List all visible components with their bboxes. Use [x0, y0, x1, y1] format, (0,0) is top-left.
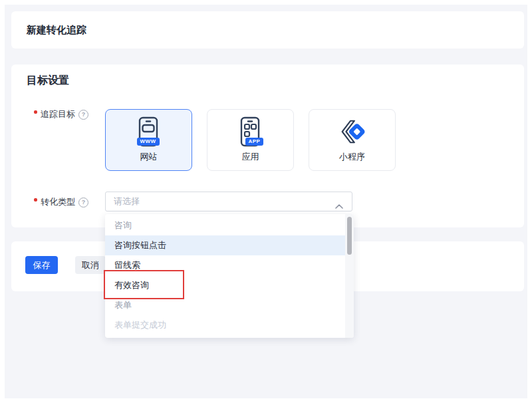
- target-card-app[interactable]: APP 应用: [207, 109, 294, 171]
- target-card-miniprogram[interactable]: 小程序: [309, 109, 396, 171]
- miniprogram-icon: [337, 116, 368, 148]
- target-card-label: 网站: [106, 151, 192, 163]
- website-icon: WWW: [134, 116, 164, 148]
- dropdown-option-valid-consult[interactable]: 有效咨询: [105, 275, 354, 295]
- target-card-website[interactable]: WWW 网站: [105, 109, 192, 171]
- form-card: 目标设置 追踪目标 ? WWW 网站: [11, 65, 524, 227]
- dropdown-group-consult: 咨询: [105, 215, 354, 235]
- conversion-type-select[interactable]: 请选择: [105, 192, 352, 211]
- conversion-type-label: 转化类型 ?: [34, 196, 88, 208]
- dropdown-option-form-submit-success: 表单提交成功: [105, 315, 354, 335]
- select-placeholder: 请选择: [114, 192, 140, 211]
- app-icon: APP: [235, 116, 266, 148]
- target-card-label: 应用: [207, 151, 293, 163]
- target-card-label: 小程序: [309, 151, 395, 163]
- conversion-type-label-text: 转化类型: [41, 196, 75, 208]
- page-title: 新建转化追踪: [27, 11, 86, 49]
- dropdown-option-leave-lead[interactable]: 留线索: [105, 255, 354, 275]
- dropdown-option-consult-button-click[interactable]: 咨询按钮点击: [105, 235, 354, 255]
- tracking-target-label-text: 追踪目标: [41, 108, 75, 120]
- help-icon[interactable]: ?: [78, 198, 88, 207]
- chevron-up-icon: [335, 200, 343, 211]
- app-badge: APP: [245, 138, 264, 146]
- tracking-target-label: 追踪目标 ?: [34, 108, 88, 120]
- required-marker-icon: [34, 110, 37, 114]
- header-card: 新建转化追踪: [11, 11, 524, 49]
- save-button[interactable]: 保存: [25, 256, 58, 274]
- tracking-target-options: WWW 网站 APP 应用: [105, 109, 396, 171]
- cancel-button[interactable]: 取消: [75, 256, 106, 274]
- dropdown-scrollbar-thumb[interactable]: [347, 217, 352, 255]
- dropdown-group-form: 表单: [105, 295, 354, 315]
- help-icon[interactable]: ?: [78, 110, 88, 120]
- required-marker-icon: [34, 198, 37, 202]
- conversion-type-dropdown: 咨询 咨询按钮点击 留线索 有效咨询 表单 表单提交成功: [105, 214, 354, 338]
- page-background: 新建转化追踪 目标设置 追踪目标 ? WWW 网站: [5, 5, 527, 398]
- www-badge: WWW: [137, 138, 160, 146]
- section-title: 目标设置: [27, 74, 69, 88]
